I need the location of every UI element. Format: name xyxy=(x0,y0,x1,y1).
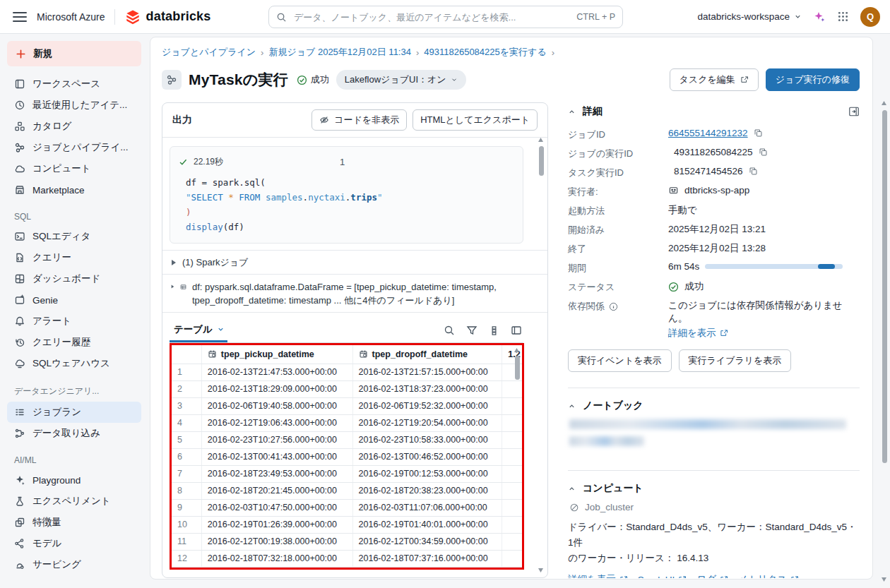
scroll-down-icon[interactable] xyxy=(881,577,887,582)
table-cell[interactable]: 2016-02-13T21:47:53.000+00:00 xyxy=(201,364,352,380)
table-cell[interactable]: 2016-02-13T18:29:09.000+00:00 xyxy=(201,380,352,397)
table-cell[interactable]: 2016-02-18T23:49:53.000+00:00 xyxy=(201,465,352,482)
scroll-down-icon[interactable] xyxy=(538,568,544,573)
show-details-link[interactable]: 詳細を表示 xyxy=(668,327,728,340)
column-header-pickup[interactable]: tpep_pickup_datetime xyxy=(201,345,352,364)
scroll-up-icon[interactable] xyxy=(538,137,544,143)
sidebar-item-workspace[interactable]: ワークスペース xyxy=(7,73,141,95)
sidebar-item-dashboards[interactable]: ダッシュボード xyxy=(7,268,141,289)
breadcrumb-link[interactable]: 493118265084225を実行する xyxy=(424,46,546,59)
sidebar-item-sql-editor[interactable]: SQLエディタ xyxy=(7,226,141,247)
table-cell[interactable]: 2016-02-13T18:37:23.000+00:00 xyxy=(352,380,502,397)
export-html-button[interactable]: HTMLとしてエクスポート xyxy=(413,109,538,131)
table-cell[interactable]: 2016-02-06T19:52:32.000+00:00 xyxy=(352,397,502,414)
page-scrollbar[interactable] xyxy=(880,100,889,582)
sidebar-item-features[interactable]: 特徴量 xyxy=(7,512,141,533)
sidebar-item-data-ingestion[interactable]: データ取り込み xyxy=(7,423,141,444)
table-cell[interactable]: 2016-02-13T00:41:43.000+00:00 xyxy=(201,448,352,465)
sidebar-item-queries[interactable]: クエリー xyxy=(7,247,141,268)
table-cell[interactable]: 2016-02-03T10:47:50.000+00:00 xyxy=(201,499,352,516)
scroll-up-icon[interactable] xyxy=(514,347,520,353)
table-cell[interactable]: 2016-02-19T01:40:01.000+00:00 xyxy=(352,516,502,533)
apps-grid-icon[interactable] xyxy=(837,11,849,23)
cluster-row[interactable]: Job_cluster xyxy=(569,502,860,512)
show-run-events-button[interactable]: 実行イベントを表示 xyxy=(568,349,672,372)
table-cell[interactable]: 2016-02-23T10:58:33.000+00:00 xyxy=(352,431,502,448)
sidebar-item-compute[interactable]: コンピュート xyxy=(7,158,141,179)
sidebar-item-models[interactable]: モデル xyxy=(7,533,141,554)
compute-link[interactable]: ログ xyxy=(696,573,728,578)
sidebar-item-job-runs[interactable]: ジョブラン xyxy=(7,402,141,423)
notebook-cell[interactable]: 22.19秒 1 df = spark.sql( "SELECT * FROM … xyxy=(170,146,523,244)
assistant-sparkle-icon[interactable] xyxy=(813,11,826,23)
table-cell[interactable]: 2016-02-12T19:20:54.000+00:00 xyxy=(352,414,502,431)
collapse-notebook-icon[interactable] xyxy=(568,402,576,410)
column-header-dropoff[interactable]: tpep_dropoff_datetime xyxy=(352,345,502,364)
table-filter-icon[interactable] xyxy=(466,325,477,336)
compute-link[interactable]: メトリクス xyxy=(738,573,799,578)
collapse-compute-icon[interactable] xyxy=(568,485,576,493)
table-search-icon[interactable] xyxy=(444,325,455,336)
sidebar-item-playground[interactable]: Playground xyxy=(7,469,141,491)
table-cell[interactable]: 2016-02-03T11:07:06.000+00:00 xyxy=(352,499,502,516)
breadcrumb-link[interactable]: ジョブとパイプライン xyxy=(162,46,256,59)
new-button[interactable]: 新規 xyxy=(7,41,141,66)
table-panel-icon[interactable] xyxy=(511,325,522,336)
table-scrollbar[interactable] xyxy=(513,346,522,567)
sidebar-item-serving[interactable]: サービング xyxy=(7,554,141,575)
table-cell[interactable]: 2016-02-23T10:27:56.000+00:00 xyxy=(201,431,352,448)
table-columns-icon[interactable] xyxy=(489,325,499,336)
global-search[interactable]: CTRL + P xyxy=(268,6,623,28)
table-cell[interactable]: 2016-02-13T21:57:15.000+00:00 xyxy=(352,364,502,380)
table-cell[interactable]: 2016-02-18T20:38:23.000+00:00 xyxy=(352,482,502,499)
sidebar-item-recents[interactable]: 最近使用したアイテ... xyxy=(7,95,141,116)
collapse-details-icon[interactable] xyxy=(568,108,576,116)
chevron-down-icon xyxy=(217,325,225,333)
output-scroll-thumb[interactable] xyxy=(539,146,544,176)
user-avatar[interactable]: Q xyxy=(860,7,880,27)
lakeflow-toggle[interactable]: LakeflowジョブUI：オン xyxy=(336,70,466,90)
menu-icon[interactable] xyxy=(13,12,27,22)
table-cell[interactable]: 2016-02-13T00:46:52.000+00:00 xyxy=(352,448,502,465)
show-run-libraries-button[interactable]: 実行ライブラリを表示 xyxy=(679,349,792,372)
sidebar-item-marketplace[interactable]: Marketplace xyxy=(7,179,141,200)
edit-task-button[interactable]: タスクを編集 xyxy=(670,68,759,91)
sidebar-item-sql-warehouse[interactable]: SQLウェアハウス xyxy=(7,353,141,374)
output-scrollbar[interactable] xyxy=(537,137,545,573)
sidebar-item-query-history[interactable]: クエリー履歴 xyxy=(7,332,141,353)
table-scroll-thumb[interactable] xyxy=(515,356,520,380)
sidebar-item-catalog[interactable]: カタログ xyxy=(7,116,141,137)
table-cell[interactable]: 2016-02-12T00:34:59.000+00:00 xyxy=(352,533,502,550)
spark-jobs-expander[interactable]: (1) Sparkジョブ xyxy=(162,250,547,274)
table-cell[interactable]: 2016-02-12T00:19:38.000+00:00 xyxy=(201,533,352,550)
table-cell[interactable]: 2016-02-18T07:37:16.000+00:00 xyxy=(352,550,502,567)
copy-icon[interactable] xyxy=(759,148,768,157)
search-input[interactable] xyxy=(292,11,571,23)
sidebar-item-genie[interactable]: Genie xyxy=(7,289,141,311)
table-cell[interactable]: 2016-02-06T19:40:58.000+00:00 xyxy=(201,397,352,414)
table-cell[interactable]: 2016-02-18T20:21:45.000+00:00 xyxy=(201,482,352,499)
compute-link[interactable]: Spark UI xyxy=(638,573,687,578)
scroll-up-icon[interactable] xyxy=(881,100,887,106)
info-icon[interactable] xyxy=(609,302,618,311)
compute-link[interactable]: 詳細を表示 xyxy=(568,573,628,578)
copy-icon[interactable] xyxy=(754,128,763,138)
table-cell[interactable]: 2016-02-19T00:12:53.000+00:00 xyxy=(352,465,502,482)
collapse-panel-icon[interactable] xyxy=(848,106,860,117)
workspace-selector[interactable]: databricks-workspace xyxy=(697,11,802,22)
copy-icon[interactable] xyxy=(749,167,758,176)
table-cell[interactable]: 2016-02-18T07:32:18.000+00:00 xyxy=(201,550,352,567)
sidebar-item-alerts[interactable]: アラート xyxy=(7,311,141,332)
page-scroll-thumb[interactable] xyxy=(882,110,887,463)
dataframe-expander[interactable]: df: pyspark.sql.dataframe.DataFrame = [t… xyxy=(162,274,547,313)
table-cell[interactable]: 2016-02-19T01:26:39.000+00:00 xyxy=(201,516,352,533)
sidebar-item-jobs-pipelines[interactable]: ジョブとパイプライ... xyxy=(7,137,141,158)
breadcrumb-link[interactable]: 新規ジョブ 2025年12月02日 11:34 xyxy=(268,46,411,59)
databricks-logo[interactable]: databricks xyxy=(125,9,210,25)
tab-table[interactable]: テーブル xyxy=(170,318,227,342)
job-id-link[interactable]: 664555144291232 xyxy=(668,128,748,138)
repair-run-button[interactable]: ジョブ実行の修復 xyxy=(766,68,860,91)
sidebar-item-experiments[interactable]: エクスペリメント xyxy=(7,491,141,512)
hide-code-button[interactable]: コードを非表示 xyxy=(312,109,407,131)
table-cell[interactable]: 2016-02-12T19:06:43.000+00:00 xyxy=(201,414,352,431)
